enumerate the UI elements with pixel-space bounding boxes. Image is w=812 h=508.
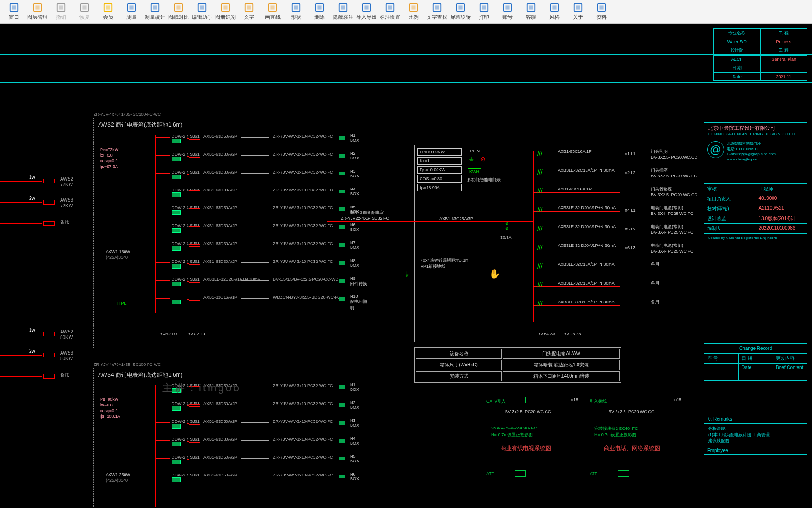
aws4-load-ijs: Ijs=108.1A: [100, 413, 120, 419]
terminal-icon: [339, 297, 345, 301]
bus-tap: [156, 476, 170, 476]
toolbar-label: 文字查找: [427, 14, 447, 21]
redo-icon: [79, 2, 90, 13]
wire-line: [533, 268, 620, 268]
wire-line: [533, 192, 620, 193]
toolbar-data-button[interactable]: 资料: [590, 1, 613, 23]
load-name: 电动门电源(常闭): [651, 205, 683, 211]
toolbar-text-button[interactable]: 文字: [238, 1, 260, 23]
meter-icon: [172, 228, 181, 233]
cable-spec: ZR-YJV-WV-3x10·PC32·WC·FC: [273, 437, 333, 442]
cable-spec: ZR-YJV-4x70+1x35- SC100·FC·WC: [94, 362, 161, 367]
toolbar-label: 客服: [526, 14, 536, 21]
toolbar-import-export-button[interactable]: 导入导出: [355, 1, 378, 23]
bus-tap: [156, 227, 170, 227]
wire-line: [241, 262, 269, 263]
about-icon: [573, 2, 583, 13]
ap-foot-r: YXC6-35: [564, 332, 581, 336]
toolbar-support-button[interactable]: 客服: [520, 1, 542, 23]
circuit-id: N1: [350, 133, 356, 138]
wire-line: [241, 405, 269, 405]
meter-icon: [172, 264, 181, 269]
svg-rect-21: [247, 5, 251, 9]
aws2-busbar: [155, 135, 156, 313]
toolbar-ocr-button[interactable]: 图册识别: [214, 1, 237, 23]
circuit-row: DDW-2.4 SJ61 AXB1-63D30A/2P ZR-YJV-WV-3x…: [156, 222, 368, 232]
layers-icon: [32, 2, 43, 13]
breaker-label: AXB1-32C16A/1P: [203, 295, 237, 300]
toolbar-print-button[interactable]: 打印: [473, 1, 495, 23]
ap-circuit-row: /// AXB3LE-32 D20A/1P+N 30mA n4 L1 电动门电源…: [533, 207, 703, 216]
toolbar-delete-button[interactable]: 删除: [308, 1, 331, 23]
toolbar-edit-helper-button[interactable]: 编辑助手: [191, 1, 213, 23]
bus-tap: [156, 137, 170, 138]
toolbar-label: 屏幕旋转: [450, 14, 471, 21]
toolbar-undo-button[interactable]: 撤销: [50, 1, 72, 23]
toolbar-layers-button[interactable]: 图层管理: [26, 1, 49, 23]
feed-sub: 80KW: [60, 356, 73, 361]
toolbar-hide-annot-button[interactable]: 隐藏标注: [332, 1, 354, 23]
circuit-id: N9: [350, 276, 356, 281]
toolbar-about-button[interactable]: 关于: [567, 1, 589, 23]
toolbar-rotate-button[interactable]: 屏幕旋转: [449, 1, 472, 23]
ap-circuit-row: /// AXB3LE-32C16A/1P+N 30mA 备用: [533, 301, 703, 310]
circuit-id: N10: [350, 294, 358, 299]
feed-line: [0, 355, 42, 356]
kwh-meter-icon: KWH: [468, 168, 481, 175]
bus-tap: [156, 458, 170, 459]
toolbar-shape-button[interactable]: 形状: [285, 1, 307, 23]
ap-param-pe: Pe=10.00KW: [417, 148, 462, 156]
circuit-row: DDW-2.4 SJ61 AXB1-63D50A/2P ZR-YJV-WV-3x…: [156, 205, 368, 214]
load-name: BOX: [350, 387, 359, 392]
toolbar: 窗口图层管理撤销恢复会员测量测量统计图纸对比编辑助手图册识别文字画直线形状删除隐…: [0, 0, 812, 24]
aws2-load-cos: cosφ=0.9: [100, 158, 118, 164]
circuit-row: DDW-2.4 SJ61 AXB1-63D30A/2P ZR-YJV-WV-3x…: [156, 400, 368, 410]
toolbar-window-button[interactable]: 窗口: [3, 1, 25, 23]
toolbar-measure-button[interactable]: 测量: [120, 1, 143, 23]
cable-spec: ZR-YJV-WV-3x10·PC32·WC·FC: [273, 206, 333, 210]
toolbar-label: 图纸对比: [168, 14, 189, 21]
svg-rect-15: [176, 5, 180, 9]
load-name: BOX: [350, 227, 359, 232]
window-icon: [9, 2, 19, 13]
load-name: 备用: [651, 262, 659, 268]
aws2-main: AXW1-160W: [106, 249, 130, 254]
toolbar-account-button[interactable]: 账号: [496, 1, 519, 23]
rule-line: [0, 82, 812, 83]
feed-sub: 72KW: [60, 203, 73, 208]
wire-line: [241, 209, 269, 209]
circuit-id: N6: [350, 472, 356, 476]
toolbar-annot-setting-button[interactable]: 标注设置: [379, 1, 401, 23]
toolbar-measure-stat-button[interactable]: 测量统计: [144, 1, 166, 23]
toolbar-vip-button[interactable]: 会员: [97, 1, 119, 23]
toolbar-redo-button[interactable]: 恢复: [73, 1, 96, 23]
terminal-icon: [339, 207, 345, 211]
drawing-canvas[interactable]: ✋ 1w AWS2 72KW 2w AWS3 72KW 备用 1w AWS2 8…: [0, 24, 812, 508]
breaker-label: AXB1-63D50A/2P: [203, 419, 237, 424]
terminal-icon: [339, 225, 345, 229]
cable-spec: WDZCN-BYJ-3x2.5- JDG20·WC·FC: [273, 295, 341, 300]
ground-icon: ⏚: [469, 155, 473, 163]
measure-stat-icon: [150, 2, 160, 13]
breaker-icon: [189, 280, 200, 283]
cable-spec: BV-1.5/1.5/BV-1x2.5·PC20·CC·WC: [273, 277, 338, 282]
svg-rect-39: [458, 5, 462, 9]
outlet-icon: [664, 397, 672, 402]
cable-spec: ZR-YJV-WV-3x10·PC32·WC·FC: [273, 170, 333, 175]
feed-breaker-icon: [43, 332, 55, 336]
feed-dest: AWS2: [60, 176, 73, 182]
toolbar-style-button[interactable]: 风格: [543, 1, 566, 23]
bus-tap: [156, 209, 170, 209]
cable-spec: ZR-YJV-WV-3x10·PC32·WC·FC: [273, 383, 333, 388]
load-name: BOX: [350, 476, 359, 481]
toolbar-compare-button[interactable]: 图纸对比: [167, 1, 190, 23]
aws4-title: AWS4 商铺电表箱(底边距地1.6m): [98, 371, 183, 379]
toolbar-label: 导入导出: [356, 14, 377, 21]
ap-main-bus: [414, 221, 533, 222]
toolbar-find-text-button[interactable]: 文字查找: [426, 1, 448, 23]
phase-mark-icon: ///: [537, 168, 543, 176]
circuit-id: N5: [350, 205, 356, 209]
toolbar-line-button[interactable]: 画直线: [261, 1, 284, 23]
toolbar-scale-button[interactable]: 比例: [402, 1, 425, 23]
circuit-row: DDW-2.4 SJ61 AXB1-63D30A/2P ZR-YJV-WV-3x…: [156, 169, 368, 178]
